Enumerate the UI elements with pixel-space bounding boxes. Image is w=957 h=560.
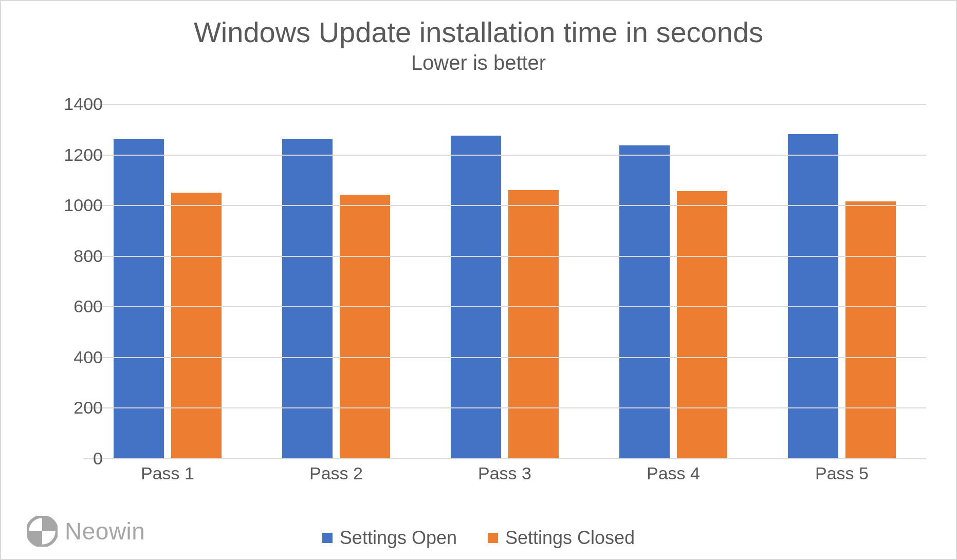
title-block: Windows Update installation time in seco… <box>1 1 956 74</box>
y-tick-label: 600 <box>41 296 103 316</box>
bar-closed <box>845 201 896 458</box>
bar-closed <box>677 191 727 458</box>
gridline <box>83 306 926 307</box>
gridline <box>83 155 926 156</box>
chart-subtitle: Lower is better <box>1 51 956 74</box>
watermark: Neowin <box>27 516 145 547</box>
bar-closed <box>340 195 390 458</box>
bar-open <box>451 136 501 458</box>
bar-open <box>282 139 333 458</box>
bar-open <box>619 145 670 458</box>
neowin-logo-icon <box>27 516 58 547</box>
y-tick-label: 1000 <box>41 195 103 215</box>
legend-item-settings-open: Settings Open <box>322 527 457 549</box>
legend-label-closed: Settings Closed <box>505 527 635 549</box>
x-tick-label: Pass 5 <box>758 463 926 483</box>
chart-frame: Windows Update installation time in seco… <box>0 0 957 560</box>
y-tick-label: 800 <box>41 246 103 266</box>
plot-area <box>83 104 926 458</box>
y-tick-label: 1400 <box>41 94 103 114</box>
legend-swatch-closed-icon <box>488 533 498 543</box>
gridline <box>83 205 926 206</box>
bars-layer <box>83 104 926 458</box>
watermark-text: Neowin <box>65 517 145 545</box>
y-tick-label: 200 <box>41 398 103 418</box>
gridline <box>83 407 926 408</box>
gridline <box>83 458 926 459</box>
legend-label-open: Settings Open <box>340 527 457 549</box>
gridline <box>83 256 926 257</box>
y-tick-label: 0 <box>41 449 103 469</box>
chart-title: Windows Update installation time in seco… <box>1 16 956 48</box>
x-axis-labels: Pass 1Pass 2Pass 3Pass 4Pass 5 <box>83 463 926 489</box>
x-tick-label: Pass 1 <box>83 463 252 483</box>
legend-item-settings-closed: Settings Closed <box>488 527 635 549</box>
x-tick-label: Pass 4 <box>589 463 758 483</box>
bar-open <box>114 139 164 458</box>
gridline <box>83 104 926 105</box>
bar-open <box>788 134 838 458</box>
gridline <box>83 357 926 358</box>
legend-swatch-open-icon <box>322 533 333 543</box>
y-tick-label: 400 <box>41 347 103 367</box>
bar-closed <box>171 193 222 459</box>
x-tick-label: Pass 2 <box>252 463 420 483</box>
bar-closed <box>508 190 559 458</box>
y-tick-label: 1200 <box>41 144 103 164</box>
x-tick-label: Pass 3 <box>420 463 589 483</box>
